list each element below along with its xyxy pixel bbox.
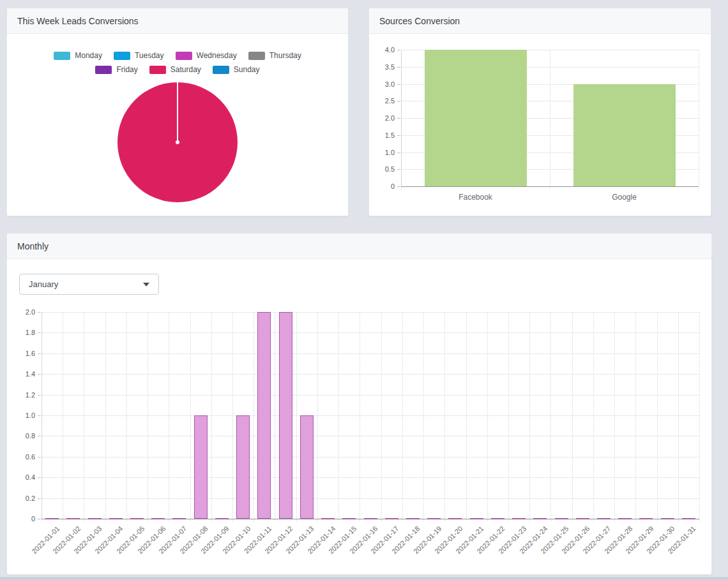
gridline — [572, 312, 573, 522]
panel-body: 4.03.53.02.52.01.51.00.50FacebookGoogle — [369, 34, 711, 216]
bar-2022-01-12[interactable] — [279, 312, 292, 519]
gridline — [402, 312, 403, 522]
panel-body: January 2.01.81.61.41.21.00.80.60.40.202… — [7, 259, 711, 574]
bar-2022-01-14[interactable] — [321, 518, 335, 519]
y-tick-label: 1.5 — [373, 131, 395, 140]
bar-2022-01-20[interactable] — [448, 518, 462, 519]
y-axis — [401, 50, 402, 186]
bar-2022-01-07[interactable] — [172, 518, 186, 519]
bar-2022-01-19[interactable] — [427, 518, 441, 519]
pie-chart[interactable] — [118, 82, 238, 202]
bar-Facebook[interactable] — [425, 50, 527, 186]
tick-mark — [38, 519, 41, 519]
panel-body: MondayTuesdayWednesdayThursdayFridaySatu… — [7, 34, 348, 216]
bar-2022-01-23[interactable] — [512, 518, 526, 519]
bar-2022-01-15[interactable] — [342, 518, 356, 519]
x-tick-label: Google — [550, 193, 699, 202]
tick-mark — [397, 118, 400, 119]
gridline — [84, 312, 84, 522]
gridline — [254, 312, 254, 522]
panel-title: Sources Conversion — [369, 8, 711, 34]
legend-label: Friday — [116, 65, 137, 74]
gridline — [381, 312, 382, 522]
bar-2022-01-02[interactable] — [66, 518, 80, 519]
gridline — [126, 312, 127, 522]
legend-row: FridaySaturdaySunday — [7, 64, 348, 75]
bar-2022-01-13[interactable] — [300, 415, 314, 519]
legend-swatch — [176, 52, 192, 60]
y-tick-label: 2.5 — [373, 96, 395, 105]
y-tick-label: 1.6 — [13, 349, 35, 358]
y-tick-label: 1.0 — [373, 148, 395, 157]
y-axis — [42, 312, 42, 519]
tick-mark — [38, 395, 41, 396]
legend-item-wednesday[interactable]: Wednesday — [176, 51, 237, 60]
y-tick-label: 2.0 — [373, 114, 395, 123]
legend-item-monday[interactable]: Monday — [54, 51, 102, 60]
bar-2022-01-30[interactable] — [661, 518, 674, 519]
bar-2022-01-26[interactable] — [576, 518, 589, 519]
bar-2022-01-29[interactable] — [639, 518, 653, 519]
bar-2022-01-03[interactable] — [88, 518, 102, 519]
bar-Google[interactable] — [573, 84, 676, 187]
bar-2022-01-11[interactable] — [257, 312, 271, 519]
bar-2022-01-05[interactable] — [130, 518, 144, 519]
legend-swatch — [95, 66, 112, 74]
y-tick-label: 1.8 — [13, 328, 35, 337]
tick-mark — [38, 436, 41, 436]
gridline — [614, 312, 615, 522]
tick-mark — [397, 84, 400, 85]
legend-item-thursday[interactable]: Thursday — [248, 51, 301, 60]
bar-2022-01-25[interactable] — [555, 518, 568, 519]
bar-2022-01-10[interactable] — [236, 415, 250, 519]
pie-legend: MondayTuesdayWednesdayThursdayFridaySatu… — [7, 50, 348, 78]
gridline — [508, 312, 509, 522]
bar-2022-01-04[interactable] — [109, 518, 123, 519]
gridline — [211, 312, 212, 522]
legend-swatch — [213, 66, 229, 74]
gridline — [466, 312, 467, 522]
bar-2022-01-24[interactable] — [533, 518, 547, 519]
legend-item-tuesday[interactable]: Tuesday — [114, 51, 164, 60]
bar-2022-01-22[interactable] — [491, 518, 504, 519]
bar-2022-01-18[interactable] — [406, 518, 420, 519]
tick-mark — [38, 312, 41, 313]
panel-sources-conversion: Sources Conversion 4.03.53.02.52.01.51.0… — [368, 8, 711, 216]
legend-item-friday[interactable]: Friday — [95, 65, 137, 74]
bar-2022-01-08[interactable] — [194, 415, 208, 519]
gridline — [42, 477, 699, 478]
y-tick-label: 2.0 — [13, 308, 35, 316]
y-tick-label: 0.8 — [13, 431, 35, 440]
gridline — [169, 312, 169, 522]
gridline — [487, 312, 488, 522]
bar-2022-01-28[interactable] — [618, 518, 632, 519]
gridline — [42, 332, 699, 333]
bar-2022-01-06[interactable] — [151, 518, 165, 519]
tick-mark — [38, 457, 41, 457]
y-tick-label: 1.4 — [13, 369, 35, 378]
panel-weekly-leads: This Week Leads Conversions MondayTuesda… — [6, 8, 349, 216]
bar-2022-01-17[interactable] — [385, 518, 398, 519]
legend-item-sunday[interactable]: Sunday — [213, 65, 260, 74]
gridline — [338, 312, 339, 522]
bar-2022-01-31[interactable] — [682, 518, 695, 519]
bar-2022-01-27[interactable] — [597, 518, 610, 519]
gridline — [42, 415, 699, 416]
gridline — [678, 312, 679, 522]
gridline — [550, 312, 551, 522]
bar-2022-01-09[interactable] — [215, 518, 229, 519]
y-tick-label: 3.0 — [373, 80, 395, 89]
sources-bar-chart: 4.03.53.02.52.01.51.00.50FacebookGoogle — [369, 34, 711, 216]
gridline — [42, 353, 699, 354]
gridline — [42, 436, 699, 436]
tick-mark — [397, 67, 400, 68]
bar-2022-01-21[interactable] — [470, 518, 483, 519]
bar-2022-01-16[interactable] — [364, 518, 377, 519]
tick-mark — [397, 101, 400, 101]
bar-2022-01-01[interactable] — [45, 518, 59, 519]
tick-mark — [38, 332, 41, 333]
tick-mark — [38, 415, 41, 416]
tick-mark — [38, 477, 41, 478]
bottom-edge — [0, 577, 728, 580]
legend-item-saturday[interactable]: Saturday — [149, 65, 201, 74]
